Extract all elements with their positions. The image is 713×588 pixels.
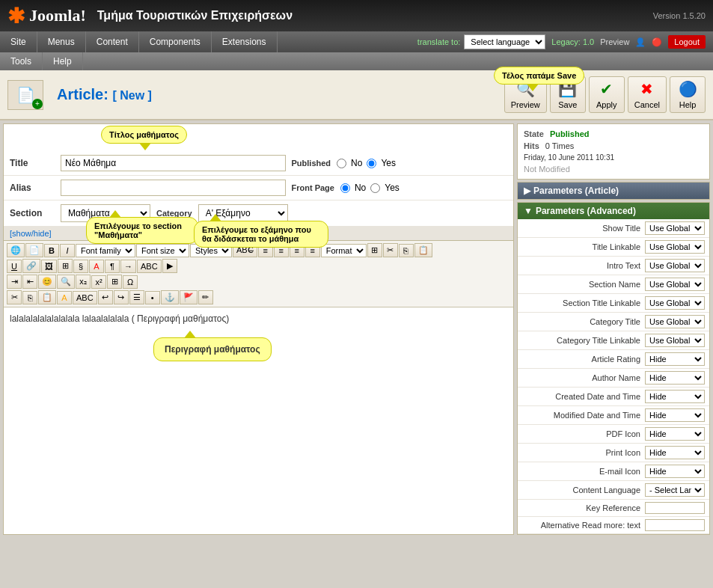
params-article-header[interactable]: ▶ Parameters (Article)	[518, 183, 709, 199]
frontpage-yes-radio[interactable]	[370, 183, 380, 193]
ed-underline-btn[interactable]: U	[7, 260, 22, 273]
ed-redo-btn[interactable]: ↪	[114, 290, 129, 304]
new-badge: [ New ]	[112, 89, 151, 102]
params-row-select[interactable]: Hide	[645, 427, 705, 441]
params-row-select[interactable]: Use Global	[645, 334, 705, 347]
ed-spell-btn[interactable]: ABC	[137, 260, 162, 273]
ed-arrow-btn[interactable]: →	[120, 260, 136, 273]
params-row-select[interactable]: Use Global	[645, 296, 705, 310]
frontpage-no-radio[interactable]	[340, 183, 350, 193]
ed-magnify-btn[interactable]: 🔍	[57, 275, 75, 289]
published-no-radio[interactable]	[337, 159, 346, 168]
ed-pilcrow-btn[interactable]: ¶	[105, 260, 120, 273]
ed-grid-btn[interactable]: ⊞	[107, 275, 122, 289]
ed-link-btn[interactable]: 🔗	[22, 259, 40, 273]
params-row-select[interactable]: Use Global	[645, 315, 705, 328]
font-size-select[interactable]: Font size	[136, 244, 189, 257]
font-family-select[interactable]: Font family	[76, 244, 135, 257]
ed-spellcheck2-btn[interactable]: ABC	[73, 291, 97, 304]
ed-omega-btn[interactable]: Ω	[123, 275, 138, 289]
category-group: Category Α' Εξάμηνο Επιλέγουμε το εξάμην…	[156, 204, 507, 222]
params-row-input[interactable]	[645, 519, 705, 531]
nav-extensions[interactable]: Extensions	[212, 31, 278, 52]
ed-table-btn[interactable]: ⊞	[58, 259, 73, 273]
ed-undo-btn[interactable]: ↩	[98, 290, 113, 304]
params-article-label: Parameters (Article)	[533, 186, 619, 196]
help-button[interactable]: 🔵 Help	[670, 76, 706, 113]
ed-copy2-btn[interactable]: ⎘	[22, 291, 37, 304]
ed-outdent-btn[interactable]: ⇤	[22, 275, 37, 289]
ed-special-btn[interactable]: §	[73, 260, 88, 273]
editor-content[interactable]: lalalalalalalalalala lalaalalalala ( Περ…	[4, 307, 513, 427]
alias-input[interactable]	[61, 180, 286, 196]
editor-text: lalalalalalalalalala lalaalalalala ( Περ…	[10, 313, 229, 324]
ed-indent-btn[interactable]: ⇥	[7, 275, 22, 289]
add-badge: +	[32, 99, 43, 109]
params-row: Category Title LinkableUse Global	[518, 331, 709, 350]
nav-content[interactable]: Content	[86, 31, 139, 52]
published-radio: No Yes	[337, 158, 396, 168]
ed-anchor-btn[interactable]: ⚓	[161, 290, 179, 304]
cancel-button[interactable]: ✖ Cancel	[628, 76, 667, 113]
language-select[interactable]: Select language	[464, 34, 545, 49]
ed-more-btn[interactable]: ⊞	[367, 243, 382, 257]
section-row: Section Μαθήματα Επιλέγουμε το section "…	[4, 200, 513, 227]
ed-pencil-btn[interactable]: ✏	[198, 290, 213, 304]
ed-cut2-btn[interactable]: ✂	[7, 290, 22, 304]
nav-menus[interactable]: Menus	[37, 31, 86, 52]
ed-sub-btn[interactable]: x₂	[76, 275, 91, 289]
params-row-select[interactable]: Hide	[645, 446, 705, 459]
ed-flag-btn[interactable]: 🚩	[180, 290, 198, 304]
format-select[interactable]: Format	[321, 244, 367, 257]
ed-cut-btn[interactable]: ✂	[383, 243, 398, 257]
sub-nav-tools[interactable]: Tools	[0, 52, 43, 70]
apply-button[interactable]: ✔ Apply	[589, 76, 625, 113]
toolbar-area: 📄 + Article: [ New ] Τέλος πατάμε Save 🔍…	[0, 70, 713, 120]
params-row-select[interactable]: - Select Language	[645, 483, 705, 497]
ed-fontcolor-btn[interactable]: A	[57, 291, 72, 304]
params-row-select[interactable]: Hide	[645, 390, 705, 403]
sub-nav-help[interactable]: Help	[43, 52, 83, 70]
params-row-select[interactable]: Hide	[645, 465, 705, 478]
params-row: Article RatingHide	[518, 350, 709, 369]
ed-paste-btn[interactable]: 📋	[414, 243, 432, 257]
joomla-text: Joomla!	[29, 6, 86, 25]
params-advanced-arrow: ▼	[524, 206, 533, 216]
ed-emoji-btn[interactable]: 😊	[38, 275, 56, 289]
title-input[interactable]: Νέο Μάθημα	[61, 155, 286, 171]
params-row-select[interactable]: Use Global	[645, 240, 705, 254]
params-row-select[interactable]: Hide	[645, 352, 705, 366]
params-row-select[interactable]: Use Global	[645, 278, 705, 291]
translate-label: translate to:	[417, 37, 460, 46]
params-row: Category TitleUse Global	[518, 313, 709, 331]
ed-color-btn[interactable]: A	[89, 260, 104, 273]
published-yes-radio[interactable]	[367, 159, 376, 168]
params-row-select[interactable]: Use Global	[645, 259, 705, 272]
nav-bar: Site Menus Content Components Extensions…	[0, 31, 713, 52]
params-advanced-header[interactable]: ▼ Parameters (Advanced)	[518, 203, 709, 219]
ed-doc-btn[interactable]: 📄	[25, 243, 43, 257]
apply-icon: ✔	[600, 80, 613, 98]
ed-globe-btn[interactable]: 🌐	[7, 243, 25, 257]
ed-paste2-btn[interactable]: 📋	[38, 290, 56, 304]
ed-sup-btn[interactable]: x²	[91, 275, 106, 289]
article-title-label: Article: [ New ]	[57, 86, 152, 102]
nav-site[interactable]: Site	[0, 31, 37, 52]
ed-italic-btn[interactable]: I	[60, 244, 75, 257]
left-panel: Τίτλος μαθήματος Title Νέο Μάθημα Publis…	[3, 123, 514, 535]
params-row-input[interactable]	[645, 502, 705, 514]
logout-button[interactable]: Logout	[668, 35, 706, 49]
ed-media-btn[interactable]: ▶	[162, 259, 177, 273]
ed-bold-btn[interactable]: B	[44, 244, 59, 257]
params-row-label: Article Rating	[522, 355, 645, 364]
ed-img-btn[interactable]: 🖼	[41, 260, 57, 273]
params-row-select[interactable]: Use Global	[645, 221, 705, 235]
ed-bullet-btn[interactable]: •	[145, 291, 160, 304]
params-row-select[interactable]: Hide	[645, 371, 705, 385]
params-advanced-label: Parameters (Advanced)	[536, 206, 636, 216]
nav-components[interactable]: Components	[139, 31, 212, 52]
ed-list-btn[interactable]: ☰	[129, 290, 144, 304]
params-row-select[interactable]: Hide	[645, 408, 705, 422]
ed-copy-btn[interactable]: ⎘	[399, 244, 414, 257]
editor-row-2: U 🔗 🖼 ⊞ § A ¶ → ABC ▶	[7, 258, 510, 274]
